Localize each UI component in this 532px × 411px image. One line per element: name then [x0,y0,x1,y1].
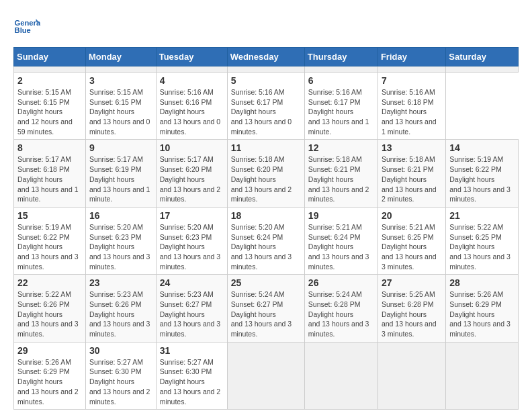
day-cell: 17 Sunrise: 5:20 AM Sunset: 6:23 PM Dayl… [156,207,227,274]
day-number: 5 [231,75,301,86]
day-cell: 7 Sunrise: 5:16 AM Sunset: 6:18 PM Dayli… [378,73,445,140]
day-number: 13 [382,142,442,153]
day-info: Sunrise: 5:24 AM Sunset: 6:27 PM Dayligh… [231,289,301,338]
day-info: Sunrise: 5:16 AM Sunset: 6:16 PM Dayligh… [160,87,224,136]
day-info: Sunrise: 5:20 AM Sunset: 6:24 PM Dayligh… [231,222,301,271]
day-cell [446,66,519,73]
day-info: Sunrise: 5:18 AM Sunset: 6:20 PM Dayligh… [231,154,301,203]
day-cell: 24 Sunrise: 5:23 AM Sunset: 6:27 PM Dayl… [156,275,227,342]
header-cell-tuesday: Tuesday [156,48,227,66]
header-cell-wednesday: Wednesday [227,48,304,66]
day-number: 17 [160,210,224,221]
day-number: 23 [89,277,152,288]
day-info: Sunrise: 5:16 AM Sunset: 6:17 PM Dayligh… [231,87,301,136]
week-row: 15 Sunrise: 5:19 AM Sunset: 6:22 PM Dayl… [14,207,519,274]
day-cell [446,342,519,409]
logo: General Blue [13,13,44,40]
day-cell [378,66,445,73]
day-cell: 8 Sunrise: 5:17 AM Sunset: 6:18 PM Dayli… [14,140,86,207]
week-row: 22 Sunrise: 5:22 AM Sunset: 6:26 PM Dayl… [14,275,519,342]
svg-text:Blue: Blue [15,26,31,34]
calendar-header: SundayMondayTuesdayWednesdayThursdayFrid… [14,48,519,66]
day-number: 4 [160,75,224,86]
day-number: 22 [17,277,82,288]
day-number: 28 [449,277,515,288]
day-number: 14 [449,142,515,153]
day-info: Sunrise: 5:18 AM Sunset: 6:21 PM Dayligh… [308,154,374,203]
day-info: Sunrise: 5:16 AM Sunset: 6:17 PM Dayligh… [308,87,374,136]
day-cell [227,66,304,73]
day-info: Sunrise: 5:15 AM Sunset: 6:15 PM Dayligh… [89,87,152,136]
day-cell: 20 Sunrise: 5:21 AM Sunset: 6:25 PM Dayl… [378,207,445,274]
calendar-table: SundayMondayTuesdayWednesdayThursdayFrid… [13,47,519,410]
day-info: Sunrise: 5:26 AM Sunset: 6:29 PM Dayligh… [17,357,82,406]
header-row: SundayMondayTuesdayWednesdayThursdayFrid… [14,48,519,66]
day-number: 15 [17,210,82,221]
day-cell: 12 Sunrise: 5:18 AM Sunset: 6:21 PM Dayl… [304,140,378,207]
day-number: 31 [160,345,224,356]
day-number: 25 [231,277,301,288]
day-cell [227,342,304,409]
day-number: 7 [382,75,442,86]
day-cell [304,342,378,409]
logo-icon: General Blue [13,13,40,40]
day-cell: 22 Sunrise: 5:22 AM Sunset: 6:26 PM Dayl… [14,275,86,342]
header-cell-thursday: Thursday [304,48,378,66]
day-info: Sunrise: 5:19 AM Sunset: 6:22 PM Dayligh… [17,222,82,271]
day-info: Sunrise: 5:19 AM Sunset: 6:22 PM Dayligh… [449,154,515,203]
day-number: 19 [308,210,374,221]
day-cell: 21 Sunrise: 5:22 AM Sunset: 6:25 PM Dayl… [446,207,519,274]
calendar-body: 2 Sunrise: 5:15 AM Sunset: 6:15 PM Dayli… [14,66,519,410]
day-cell: 19 Sunrise: 5:21 AM Sunset: 6:24 PM Dayl… [304,207,378,274]
day-number: 24 [160,277,224,288]
day-info: Sunrise: 5:15 AM Sunset: 6:15 PM Dayligh… [17,87,82,136]
day-number: 27 [382,277,442,288]
day-number: 3 [89,75,152,86]
day-cell: 16 Sunrise: 5:20 AM Sunset: 6:23 PM Dayl… [85,207,156,274]
day-number: 29 [17,345,82,356]
day-info: Sunrise: 5:16 AM Sunset: 6:18 PM Dayligh… [382,87,442,136]
day-cell: 15 Sunrise: 5:19 AM Sunset: 6:22 PM Dayl… [14,207,86,274]
day-info: Sunrise: 5:27 AM Sunset: 6:30 PM Dayligh… [160,357,224,406]
day-cell: 10 Sunrise: 5:17 AM Sunset: 6:20 PM Dayl… [156,140,227,207]
day-info: Sunrise: 5:20 AM Sunset: 6:23 PM Dayligh… [160,222,224,271]
day-cell: 2 Sunrise: 5:15 AM Sunset: 6:15 PM Dayli… [14,73,86,140]
day-number: 12 [308,142,374,153]
day-cell: 13 Sunrise: 5:18 AM Sunset: 6:21 PM Dayl… [378,140,445,207]
day-info: Sunrise: 5:24 AM Sunset: 6:28 PM Dayligh… [308,289,374,338]
day-number: 20 [382,210,442,221]
day-cell: 30 Sunrise: 5:27 AM Sunset: 6:30 PM Dayl… [85,342,156,409]
week-row: 29 Sunrise: 5:26 AM Sunset: 6:29 PM Dayl… [14,342,519,409]
day-info: Sunrise: 5:21 AM Sunset: 6:24 PM Dayligh… [308,222,374,271]
day-number: 8 [17,142,82,153]
day-number: 9 [89,142,152,153]
day-cell: 23 Sunrise: 5:23 AM Sunset: 6:26 PM Dayl… [85,275,156,342]
day-cell [304,66,378,73]
day-info: Sunrise: 5:20 AM Sunset: 6:23 PM Dayligh… [89,222,152,271]
day-number: 30 [89,345,152,356]
day-cell [378,342,445,409]
day-number: 26 [308,277,374,288]
day-info: Sunrise: 5:23 AM Sunset: 6:27 PM Dayligh… [160,289,224,338]
day-cell: 25 Sunrise: 5:24 AM Sunset: 6:27 PM Dayl… [227,275,304,342]
day-cell [85,66,156,73]
day-cell: 14 Sunrise: 5:19 AM Sunset: 6:22 PM Dayl… [446,140,519,207]
header-cell-saturday: Saturday [446,48,519,66]
day-number: 16 [89,210,152,221]
day-cell: 28 Sunrise: 5:26 AM Sunset: 6:29 PM Dayl… [446,275,519,342]
day-number: 18 [231,210,301,221]
day-cell: 5 Sunrise: 5:16 AM Sunset: 6:17 PM Dayli… [227,73,304,140]
day-cell: 6 Sunrise: 5:16 AM Sunset: 6:17 PM Dayli… [304,73,378,140]
day-cell: 11 Sunrise: 5:18 AM Sunset: 6:20 PM Dayl… [227,140,304,207]
day-info: Sunrise: 5:17 AM Sunset: 6:18 PM Dayligh… [17,154,82,203]
day-info: Sunrise: 5:27 AM Sunset: 6:30 PM Dayligh… [89,357,152,406]
day-info: Sunrise: 5:22 AM Sunset: 6:25 PM Dayligh… [449,222,515,271]
day-number: 11 [231,142,301,153]
day-cell: 29 Sunrise: 5:26 AM Sunset: 6:29 PM Dayl… [14,342,86,409]
day-cell: 4 Sunrise: 5:16 AM Sunset: 6:16 PM Dayli… [156,73,227,140]
day-number: 21 [449,210,515,221]
day-cell: 9 Sunrise: 5:17 AM Sunset: 6:19 PM Dayli… [85,140,156,207]
day-info: Sunrise: 5:26 AM Sunset: 6:29 PM Dayligh… [449,289,515,338]
day-cell: 3 Sunrise: 5:15 AM Sunset: 6:15 PM Dayli… [85,73,156,140]
page-header: General Blue [13,13,519,40]
